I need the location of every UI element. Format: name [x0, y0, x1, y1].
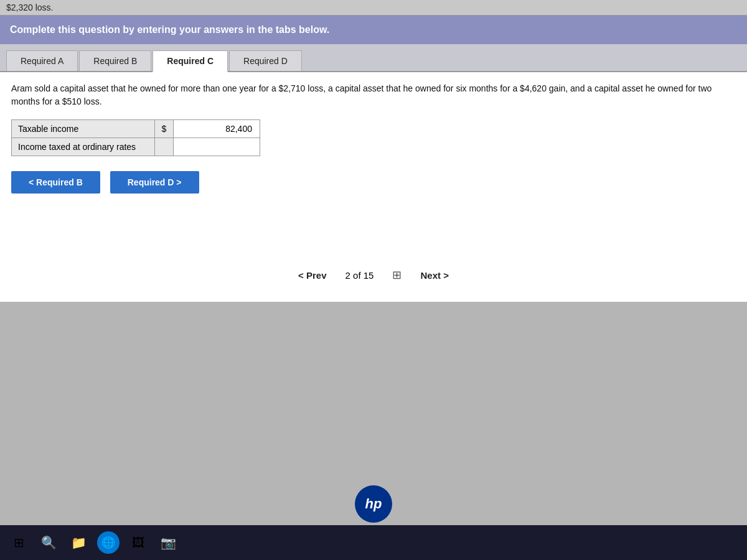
- taxable-income-label: Taxable income: [12, 120, 155, 138]
- next-button[interactable]: Next >: [420, 270, 448, 281]
- taxable-income-input-cell[interactable]: [173, 120, 260, 138]
- prev-button[interactable]: < Prev: [298, 270, 326, 281]
- top-loss-bar: $2,320 loss.: [0, 0, 747, 16]
- problem-text: Aram sold a capital asset that he owned …: [11, 82, 736, 108]
- page-current: 2 of 15: [345, 270, 374, 281]
- required-d-button[interactable]: Required D >: [110, 171, 199, 194]
- ordinary-rates-input-cell[interactable]: [173, 138, 260, 156]
- instruction-text: Complete this question by entering your …: [10, 24, 329, 35]
- tabs-row: Required A Required B Required C Require…: [0, 44, 747, 72]
- photo-taskbar-icon[interactable]: 🖼: [127, 531, 149, 554]
- windows-icon[interactable]: ⊞: [7, 531, 30, 554]
- file-explorer-taskbar-icon[interactable]: 📁: [67, 531, 90, 554]
- tab-required-a[interactable]: Required A: [6, 50, 78, 71]
- content-area: Aram sold a capital asset that he owned …: [0, 72, 747, 302]
- loss-text: $2,320 loss.: [6, 2, 54, 12]
- input-table: Taxable income $ Income taxed at ordinar…: [11, 119, 260, 156]
- table-row-taxable-income: Taxable income $: [12, 120, 260, 138]
- taxable-income-input[interactable]: [177, 124, 252, 134]
- tab-required-d[interactable]: Required D: [229, 50, 302, 71]
- hp-logo: hp: [355, 485, 392, 523]
- table-row-ordinary-rates: Income taxed at ordinary rates: [12, 138, 260, 156]
- required-b-button[interactable]: < Required B: [11, 171, 100, 194]
- tab-required-c[interactable]: Required C: [153, 50, 228, 72]
- search-taskbar-icon[interactable]: 🔍: [37, 531, 60, 554]
- tab-required-b[interactable]: Required B: [79, 50, 151, 71]
- ordinary-rates-label: Income taxed at ordinary rates: [12, 138, 155, 156]
- bottom-page-nav: < Prev 2 of 15 ⊞ Next >: [11, 268, 736, 282]
- taskbar: ⊞ 🔍 📁 🌐 🖼 📷: [0, 525, 747, 560]
- instruction-bar: Complete this question by entering your …: [0, 16, 747, 44]
- dollar-sign-2: [154, 138, 173, 156]
- grid-icon[interactable]: ⊞: [392, 268, 402, 282]
- dollar-sign-1: $: [154, 120, 173, 138]
- browser-taskbar-icon[interactable]: 🌐: [97, 531, 120, 554]
- nav-buttons-row: < Required B Required D >: [11, 171, 736, 194]
- ordinary-rates-input[interactable]: [177, 142, 252, 152]
- camera-taskbar-icon[interactable]: 📷: [157, 531, 179, 554]
